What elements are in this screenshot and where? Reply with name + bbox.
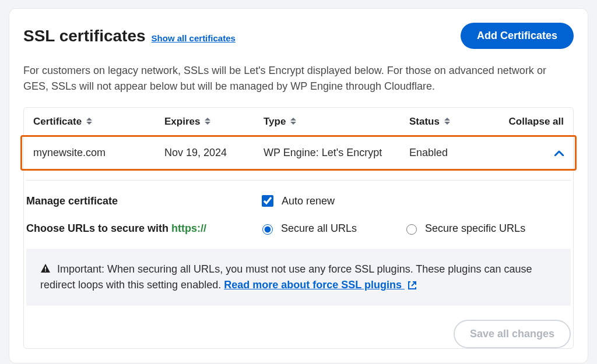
manage-row-urls: Choose URLs to secure with https:// Secu…	[26, 222, 571, 235]
cell-certificate: mynewsite.com	[33, 147, 164, 159]
info-link-text: Read more about force SSL plugins	[224, 279, 405, 291]
svg-rect-0	[45, 267, 46, 270]
page-title: SSL certificates	[23, 27, 146, 45]
secure-all-label: Secure all URLs	[281, 222, 357, 235]
description-text: For customers on legacy network, SSLs wi…	[23, 63, 574, 94]
manage-certificate-label: Manage certificate	[26, 195, 259, 207]
col-header-expires[interactable]: Expires	[164, 116, 264, 128]
show-all-link[interactable]: Show all certificates	[152, 33, 236, 43]
secure-specific-radio[interactable]	[406, 224, 417, 235]
sort-icon	[290, 118, 296, 126]
svg-rect-1	[45, 270, 46, 271]
https-text: https://	[171, 222, 206, 234]
certificates-table: Certificate Expires Type Status Collapse…	[23, 107, 574, 349]
chevron-up-icon	[554, 150, 564, 156]
cell-collapse[interactable]	[503, 150, 564, 156]
secure-all-option[interactable]: Secure all URLs	[259, 222, 357, 235]
add-certificates-button[interactable]: Add Certificates	[461, 23, 574, 49]
secure-specific-label: Secure specific URLs	[425, 222, 525, 235]
footer-row: Save all changes	[24, 306, 573, 348]
title-wrap: SSL certificates Show all certificates	[23, 27, 236, 45]
col-label-expires: Expires	[164, 116, 200, 128]
important-info-box: Important: When securing all URLs, you m…	[26, 249, 571, 306]
force-ssl-plugins-link[interactable]: Read more about force SSL plugins	[224, 279, 417, 291]
sort-icon	[86, 118, 92, 126]
auto-renew-checkbox[interactable]	[262, 195, 273, 207]
header-row: SSL certificates Show all certificates A…	[23, 23, 574, 49]
table-row[interactable]: mynewsite.com Nov 19, 2024 WP Engine: Le…	[24, 136, 573, 169]
cell-expires: Nov 19, 2024	[164, 147, 264, 159]
manage-row-autorenew: Manage certificate Auto renew	[26, 193, 571, 208]
col-header-status[interactable]: Status	[409, 116, 503, 128]
col-header-collapse[interactable]: Collapse all	[503, 116, 564, 128]
choose-urls-label: Choose URLs to secure with https://	[26, 222, 259, 235]
auto-renew-option[interactable]: Auto renew	[259, 193, 335, 208]
warning-icon	[40, 263, 54, 275]
col-header-certificate[interactable]: Certificate	[33, 116, 164, 128]
col-header-type[interactable]: Type	[264, 116, 409, 128]
manage-certificate-block: Manage certificate Auto renew Choose URL…	[26, 180, 571, 235]
col-label-status: Status	[409, 116, 440, 128]
auto-renew-label: Auto renew	[282, 195, 335, 207]
table-header: Certificate Expires Type Status Collapse…	[24, 108, 573, 136]
sort-icon	[444, 118, 450, 126]
choose-urls-prefix: Choose URLs to secure with	[26, 222, 171, 234]
external-link-icon	[407, 280, 417, 291]
secure-specific-option[interactable]: Secure specific URLs	[403, 222, 525, 235]
save-all-changes-button[interactable]: Save all changes	[454, 320, 571, 348]
col-label-collapse: Collapse all	[509, 116, 564, 128]
sort-icon	[205, 118, 210, 126]
col-label-type: Type	[264, 116, 286, 128]
cell-status: Enabled	[409, 147, 503, 159]
ssl-certificates-card: SSL certificates Show all certificates A…	[9, 8, 588, 363]
cell-type: WP Engine: Let's Encrypt	[264, 147, 409, 159]
col-label-certificate: Certificate	[33, 116, 82, 128]
secure-all-radio[interactable]	[262, 224, 273, 235]
